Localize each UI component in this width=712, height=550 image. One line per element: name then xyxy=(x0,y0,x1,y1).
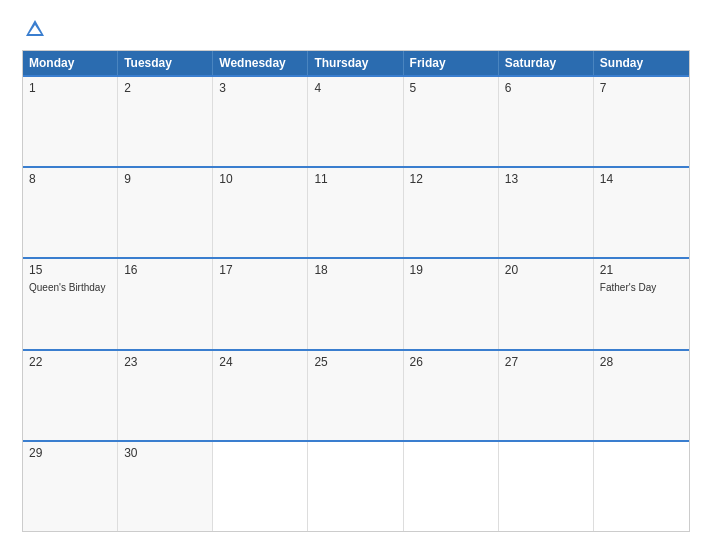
calendar-body: 123456789101112131415Queen's Birthday161… xyxy=(23,75,689,531)
day-event: Father's Day xyxy=(600,281,683,294)
calendar-cell xyxy=(594,442,689,531)
day-number: 30 xyxy=(124,446,206,460)
day-number: 24 xyxy=(219,355,301,369)
logo-triangle-icon xyxy=(24,18,46,40)
calendar-cell: 22 xyxy=(23,351,118,440)
calendar-cell: 21Father's Day xyxy=(594,259,689,348)
calendar-cell: 14 xyxy=(594,168,689,257)
calendar-cell: 30 xyxy=(118,442,213,531)
day-header-wednesday: Wednesday xyxy=(213,51,308,75)
day-header-monday: Monday xyxy=(23,51,118,75)
calendar-cell xyxy=(308,442,403,531)
calendar-cell: 11 xyxy=(308,168,403,257)
logo xyxy=(22,18,46,40)
calendar-cell: 9 xyxy=(118,168,213,257)
day-number: 22 xyxy=(29,355,111,369)
day-header-saturday: Saturday xyxy=(499,51,594,75)
calendar-week-5: 2930 xyxy=(23,440,689,531)
calendar-cell: 10 xyxy=(213,168,308,257)
day-number: 18 xyxy=(314,263,396,277)
day-header-thursday: Thursday xyxy=(308,51,403,75)
day-number: 3 xyxy=(219,81,301,95)
calendar-cell: 15Queen's Birthday xyxy=(23,259,118,348)
day-number: 21 xyxy=(600,263,683,277)
day-header-sunday: Sunday xyxy=(594,51,689,75)
calendar-cell xyxy=(499,442,594,531)
calendar-cell: 3 xyxy=(213,77,308,166)
day-number: 1 xyxy=(29,81,111,95)
day-number: 20 xyxy=(505,263,587,277)
calendar-cell: 17 xyxy=(213,259,308,348)
day-number: 12 xyxy=(410,172,492,186)
calendar-cell: 5 xyxy=(404,77,499,166)
day-number: 2 xyxy=(124,81,206,95)
calendar-cell: 12 xyxy=(404,168,499,257)
calendar-week-1: 1234567 xyxy=(23,75,689,166)
day-number: 11 xyxy=(314,172,396,186)
calendar-week-2: 891011121314 xyxy=(23,166,689,257)
calendar-week-3: 15Queen's Birthday161718192021Father's D… xyxy=(23,257,689,348)
calendar-cell: 19 xyxy=(404,259,499,348)
day-number: 23 xyxy=(124,355,206,369)
calendar-cell: 20 xyxy=(499,259,594,348)
calendar-cell: 16 xyxy=(118,259,213,348)
calendar-cell: 18 xyxy=(308,259,403,348)
calendar-cell: 7 xyxy=(594,77,689,166)
day-number: 9 xyxy=(124,172,206,186)
calendar-cell: 2 xyxy=(118,77,213,166)
day-header-tuesday: Tuesday xyxy=(118,51,213,75)
calendar-cell xyxy=(404,442,499,531)
calendar-cell: 13 xyxy=(499,168,594,257)
calendar-cell: 23 xyxy=(118,351,213,440)
header xyxy=(22,18,690,40)
day-header-friday: Friday xyxy=(404,51,499,75)
day-number: 15 xyxy=(29,263,111,277)
day-number: 28 xyxy=(600,355,683,369)
day-number: 27 xyxy=(505,355,587,369)
day-number: 10 xyxy=(219,172,301,186)
calendar-cell: 24 xyxy=(213,351,308,440)
day-number: 26 xyxy=(410,355,492,369)
day-number: 17 xyxy=(219,263,301,277)
day-number: 4 xyxy=(314,81,396,95)
day-event: Queen's Birthday xyxy=(29,281,111,294)
calendar: MondayTuesdayWednesdayThursdayFridaySatu… xyxy=(22,50,690,532)
calendar-cell: 6 xyxy=(499,77,594,166)
calendar-cell: 4 xyxy=(308,77,403,166)
calendar-cell: 25 xyxy=(308,351,403,440)
calendar-cell xyxy=(213,442,308,531)
day-number: 8 xyxy=(29,172,111,186)
calendar-header-row: MondayTuesdayWednesdayThursdayFridaySatu… xyxy=(23,51,689,75)
calendar-cell: 8 xyxy=(23,168,118,257)
calendar-cell: 26 xyxy=(404,351,499,440)
day-number: 29 xyxy=(29,446,111,460)
page: MondayTuesdayWednesdayThursdayFridaySatu… xyxy=(0,0,712,550)
day-number: 14 xyxy=(600,172,683,186)
calendar-cell: 29 xyxy=(23,442,118,531)
calendar-cell: 1 xyxy=(23,77,118,166)
day-number: 25 xyxy=(314,355,396,369)
day-number: 6 xyxy=(505,81,587,95)
calendar-cell: 27 xyxy=(499,351,594,440)
day-number: 7 xyxy=(600,81,683,95)
day-number: 13 xyxy=(505,172,587,186)
day-number: 5 xyxy=(410,81,492,95)
day-number: 19 xyxy=(410,263,492,277)
calendar-week-4: 22232425262728 xyxy=(23,349,689,440)
calendar-cell: 28 xyxy=(594,351,689,440)
day-number: 16 xyxy=(124,263,206,277)
